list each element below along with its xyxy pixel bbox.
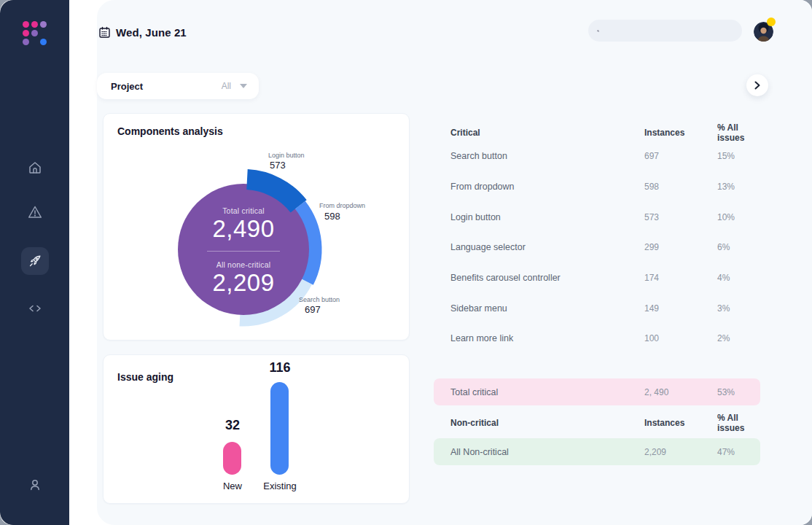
project-filter-value: All <box>222 81 231 91</box>
row-instances: 697 <box>644 151 659 161</box>
donut-center-totals: Total critical 2,490 All none-critical 2… <box>171 206 316 297</box>
table-row: Learn more link 100 2% <box>434 332 760 344</box>
bar-value-existing: 116 <box>262 360 298 376</box>
sidebar-item-code[interactable] <box>21 295 49 322</box>
row-percent: 6% <box>717 242 730 252</box>
main-panel: Wed, June 21 Project All <box>97 0 812 525</box>
all-noncritical-value: 2,209 <box>171 269 316 297</box>
bar-new <box>223 442 241 475</box>
total-critical-row: Total critical 2, 490 53% <box>434 378 760 405</box>
warning-icon <box>27 204 43 220</box>
issue-card-title: Issue aging <box>117 371 173 383</box>
sidebar-item-profile[interactable] <box>21 471 49 499</box>
search-bar[interactable] <box>588 20 742 42</box>
callout-login-label: Login button <box>268 152 305 159</box>
app-logo[interactable] <box>23 21 47 45</box>
row-percent: 3% <box>717 303 730 314</box>
row-percent: 2% <box>717 333 730 343</box>
col-percent: % All issues <box>717 122 760 143</box>
logo-dot <box>23 39 29 45</box>
noncritical-header-row: Non-critical Instances % All issues <box>434 417 760 429</box>
callout-search-value: 697 <box>305 304 321 315</box>
project-filter[interactable]: Project All <box>97 73 259 99</box>
noncritical-row-percent: 47% <box>717 447 735 457</box>
components-analysis-card: Components analysis ore Total critical 2… <box>103 113 410 341</box>
logo-dot <box>40 21 47 28</box>
table-row: Login button 573 10% <box>434 211 760 223</box>
row-label: Language selector <box>450 242 526 252</box>
person-icon <box>27 477 43 493</box>
logo-dot <box>23 21 29 28</box>
chevron-right-icon <box>753 81 762 90</box>
col-instances: Instances <box>644 128 684 138</box>
code-icon <box>27 300 43 316</box>
col-noncritical: Non-critical <box>450 418 499 428</box>
row-percent: 10% <box>717 212 735 222</box>
chevron-down-icon <box>240 84 247 88</box>
bar-existing <box>270 382 289 475</box>
sidebar-item-home[interactable] <box>21 154 49 182</box>
total-row-instances: 2, 490 <box>644 387 668 397</box>
noncritical-row-instances: 2,209 <box>644 447 666 457</box>
row-label: Learn more link <box>450 333 513 343</box>
next-button[interactable] <box>746 74 768 96</box>
rocket-icon <box>27 253 43 269</box>
table-header-row: Critical Instances % All issues <box>434 127 760 139</box>
bar-label-new: New <box>207 481 258 491</box>
callout-dropdown-value: 598 <box>324 211 340 222</box>
table-row: Benefits carousel controller 174 4% <box>434 272 760 284</box>
row-percent: 13% <box>717 182 735 192</box>
bar-label-existing: Existing <box>254 481 305 491</box>
row-label: Sidebar menu <box>450 303 507 314</box>
logo-dot <box>31 21 38 28</box>
issue-aging-card: Issue aging 32 116 New Existing <box>103 354 410 504</box>
row-label: Login button <box>450 212 501 222</box>
center-divider <box>207 251 280 252</box>
row-instances: 573 <box>644 212 659 222</box>
sidebar-item-launch[interactable] <box>21 247 49 275</box>
row-percent: 4% <box>717 273 730 283</box>
all-noncritical-label: All none-critical <box>171 260 316 269</box>
col-percent-2: % All issues <box>717 413 760 433</box>
total-critical-value: 2,490 <box>171 215 316 243</box>
row-label: From dropdown <box>450 182 515 192</box>
search-icon <box>597 26 599 36</box>
user-avatar[interactable] <box>754 22 773 42</box>
app-window: Wed, June 21 Project All <box>0 0 812 525</box>
all-noncritical-row: All Non-critical 2,209 47% <box>434 438 760 465</box>
search-input[interactable] <box>605 26 733 36</box>
home-icon <box>27 160 43 176</box>
table-row: Search button 697 15% <box>434 150 760 162</box>
row-percent: 15% <box>717 151 735 161</box>
col-critical: Critical <box>450 128 480 138</box>
logo-dot <box>40 39 47 45</box>
row-instances: 149 <box>644 303 659 314</box>
row-label: Search button <box>450 151 507 161</box>
sidebar <box>0 0 69 525</box>
row-label: Benefits carousel controller <box>450 273 561 283</box>
row-instances: 299 <box>644 242 659 252</box>
row-instances: 174 <box>644 273 659 283</box>
logo-dot <box>23 30 29 36</box>
callout-dropdown-label: From dropdown <box>319 202 365 209</box>
total-critical-label: Total critical <box>171 206 316 215</box>
date-label: Wed, June 21 <box>116 26 187 39</box>
logo-dot <box>31 30 38 36</box>
callout-search-label: Search button <box>299 296 340 303</box>
date-display: Wed, June 21 <box>98 26 187 39</box>
total-row-label: Total critical <box>450 387 498 397</box>
table-row: From dropdown 598 13% <box>434 181 760 192</box>
col-instances-2: Instances <box>644 418 684 428</box>
calendar-icon <box>98 26 111 39</box>
row-instances: 100 <box>644 333 659 343</box>
project-filter-label: Project <box>111 81 222 92</box>
row-instances: 598 <box>644 182 659 192</box>
sidebar-item-alerts[interactable] <box>21 198 49 226</box>
bar-value-new: 32 <box>214 418 251 433</box>
notification-badge <box>767 18 776 26</box>
table-row: Sidebar menu 149 3% <box>434 303 760 314</box>
total-row-percent: 53% <box>717 387 735 397</box>
callout-login-value: 573 <box>270 160 286 171</box>
noncritical-row-label: All Non-critical <box>450 447 509 457</box>
table-row: Language selector 299 6% <box>434 241 760 253</box>
